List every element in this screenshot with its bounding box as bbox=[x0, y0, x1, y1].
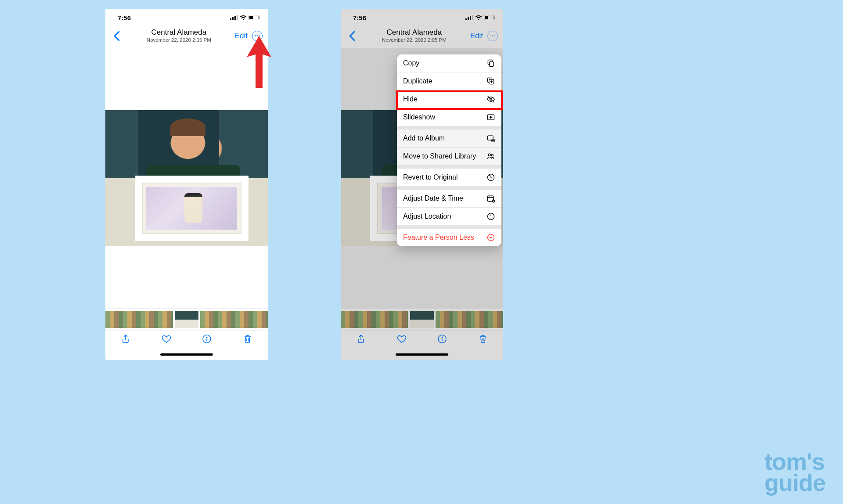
menu-add-to-album[interactable]: Add to Album bbox=[397, 130, 501, 148]
menu-label: Move to Shared Library bbox=[403, 152, 476, 160]
wifi-icon bbox=[240, 15, 247, 20]
svg-rect-6 bbox=[259, 17, 260, 19]
info-button[interactable] bbox=[437, 334, 447, 346]
menu-adjust-location[interactable]: Adjust Location bbox=[397, 208, 501, 226]
menu-duplicate[interactable]: Duplicate bbox=[397, 72, 501, 90]
svg-point-11 bbox=[206, 337, 207, 338]
home-indicator[interactable] bbox=[105, 349, 268, 360]
svg-marker-37 bbox=[247, 36, 271, 88]
svg-rect-12 bbox=[465, 18, 467, 20]
menu-slideshow[interactable]: Slideshow bbox=[397, 108, 501, 126]
svg-point-31 bbox=[491, 154, 493, 156]
back-button[interactable] bbox=[346, 31, 358, 41]
status-bar: 7:56 bbox=[341, 9, 503, 24]
screenshot-right: 7:56 Central Alameda November 22, 2020 2… bbox=[341, 9, 503, 360]
thumbnail-strip[interactable] bbox=[105, 308, 268, 330]
nav-title-block: Central Alameda November 22, 2020 2:05 P… bbox=[123, 29, 235, 43]
watermark: tom's guide bbox=[764, 451, 825, 493]
svg-rect-3 bbox=[237, 15, 238, 20]
annotation-arrow bbox=[246, 36, 272, 89]
menu-adjust-date[interactable]: Adjust Date & Time bbox=[397, 190, 501, 208]
cellular-icon bbox=[465, 15, 473, 20]
photo bbox=[105, 110, 268, 246]
photo-viewer[interactable] bbox=[105, 48, 268, 308]
svg-point-21 bbox=[494, 35, 495, 36]
trash-button[interactable] bbox=[242, 334, 253, 346]
svg-rect-0 bbox=[230, 18, 231, 20]
home-indicator[interactable] bbox=[341, 349, 503, 360]
nav-subtitle: November 22, 2020 2:05 PM bbox=[123, 37, 235, 43]
menu-label: Adjust Location bbox=[403, 212, 451, 220]
location-icon bbox=[486, 212, 495, 221]
edit-button[interactable]: Edit bbox=[470, 32, 483, 40]
menu-label: Hide bbox=[403, 95, 418, 103]
duplicate-icon bbox=[486, 77, 495, 86]
thumb-current[interactable] bbox=[410, 311, 434, 328]
svg-rect-14 bbox=[470, 16, 471, 20]
bottom-toolbar bbox=[105, 330, 268, 349]
svg-point-19 bbox=[490, 35, 492, 36]
shared-icon bbox=[486, 152, 495, 161]
svg-rect-15 bbox=[472, 15, 473, 20]
status-icons bbox=[465, 15, 495, 20]
status-time: 7:56 bbox=[353, 14, 366, 22]
menu-revert[interactable]: Revert to Original bbox=[397, 169, 501, 187]
svg-point-20 bbox=[492, 35, 494, 36]
minus-circle-icon bbox=[486, 233, 495, 242]
menu-label: Feature a Person Less bbox=[403, 234, 474, 241]
share-button[interactable] bbox=[120, 334, 131, 346]
svg-rect-17 bbox=[485, 16, 488, 19]
nav-bar: Central Alameda November 22, 2020 2:05 P… bbox=[105, 24, 268, 48]
thumb[interactable] bbox=[105, 311, 173, 328]
menu-copy[interactable]: Copy bbox=[397, 54, 501, 72]
battery-icon bbox=[249, 15, 260, 20]
menu-feature-less[interactable]: Feature a Person Less bbox=[397, 229, 501, 246]
bottom-toolbar bbox=[341, 330, 503, 349]
thumb[interactable] bbox=[436, 311, 503, 328]
menu-hide[interactable]: Hide bbox=[397, 90, 501, 108]
svg-rect-2 bbox=[234, 16, 236, 20]
menu-label: Copy bbox=[403, 59, 419, 67]
screenshot-left: 7:56 Central Alameda November 22, 2020 2… bbox=[105, 9, 268, 360]
calendar-icon bbox=[486, 194, 495, 203]
thumbnail-strip[interactable] bbox=[341, 308, 503, 330]
nav-bar: Central Alameda November 22, 2020 2:05 P… bbox=[341, 24, 503, 48]
hide-icon bbox=[486, 95, 495, 104]
nav-title: Central Alameda bbox=[358, 29, 470, 37]
menu-label: Add to Album bbox=[403, 134, 445, 142]
menu-move-to-shared[interactable]: Move to Shared Library bbox=[397, 148, 501, 166]
status-icons bbox=[230, 15, 260, 20]
context-menu: Copy Duplicate Hide Slideshow Add to Alb… bbox=[397, 54, 501, 246]
svg-rect-1 bbox=[232, 17, 234, 20]
nav-title-block: Central Alameda November 22, 2020 2:05 P… bbox=[358, 29, 470, 43]
menu-label: Slideshow bbox=[403, 113, 435, 121]
favorite-button[interactable] bbox=[396, 334, 407, 346]
album-icon bbox=[486, 134, 495, 143]
thumb-current[interactable] bbox=[175, 311, 198, 328]
svg-point-23 bbox=[442, 337, 443, 338]
battery-icon bbox=[484, 15, 495, 20]
favorite-button[interactable] bbox=[161, 334, 172, 346]
status-time: 7:56 bbox=[118, 14, 131, 22]
svg-rect-18 bbox=[494, 17, 495, 19]
share-button[interactable] bbox=[356, 334, 366, 346]
menu-label: Adjust Date & Time bbox=[403, 194, 463, 202]
info-button[interactable] bbox=[202, 334, 212, 346]
nav-title: Central Alameda bbox=[123, 29, 235, 37]
trash-button[interactable] bbox=[478, 334, 488, 346]
svg-rect-24 bbox=[490, 62, 494, 67]
slideshow-icon bbox=[486, 113, 495, 122]
revert-icon bbox=[486, 173, 495, 182]
more-button[interactable] bbox=[487, 31, 498, 41]
cellular-icon bbox=[230, 15, 238, 20]
svg-point-30 bbox=[488, 154, 490, 156]
copy-icon bbox=[486, 59, 495, 68]
thumb[interactable] bbox=[200, 311, 268, 328]
thumb[interactable] bbox=[341, 311, 408, 328]
menu-label: Duplicate bbox=[403, 77, 432, 85]
nav-subtitle: November 22, 2020 2:05 PM bbox=[358, 37, 470, 43]
back-button[interactable] bbox=[111, 31, 123, 41]
menu-label: Revert to Original bbox=[403, 173, 458, 181]
status-bar: 7:56 bbox=[105, 9, 268, 24]
svg-rect-5 bbox=[249, 16, 253, 19]
